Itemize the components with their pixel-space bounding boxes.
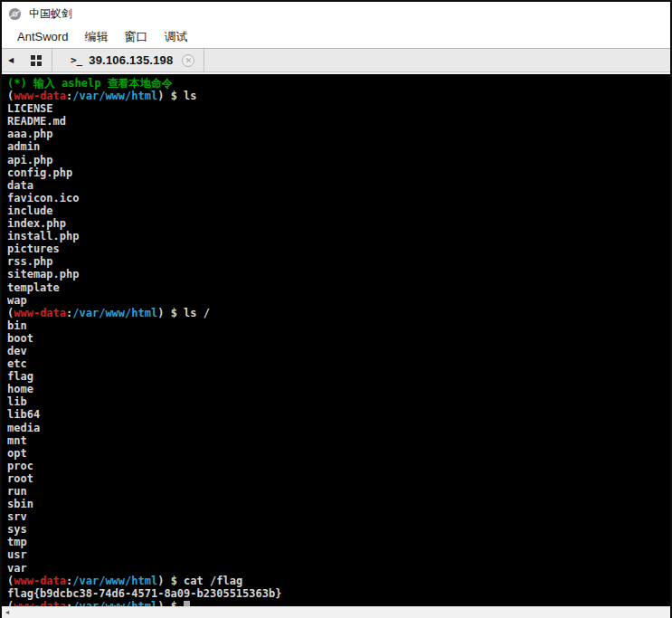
terminal-prompt-line: (www-data:/var/www/html) $ ls / [7,307,667,319]
terminal-output-line: aaa.php [7,128,667,140]
output-text: flag [7,370,33,383]
scroll-left-arrow-icon[interactable]: ◂ [2,609,9,616]
output-text: media [7,422,40,434]
prompt-command: ) $ ls / [157,307,210,319]
tab-scroll-left-button[interactable]: ◀ [2,49,20,71]
grid-icon [31,55,42,66]
output-text: admin [7,140,40,153]
antsword-logo-icon [8,7,22,21]
menu-edit[interactable]: 编辑 [76,26,116,48]
terminal-output-line: var [7,562,667,575]
output-text: rss.php [7,255,53,268]
output-text: root [7,472,33,485]
terminal-output-line: lib64 [7,408,667,421]
prompt-path: /var/www/html [72,575,157,587]
output-text: dev [7,345,27,357]
terminal-output-line: pictures [7,242,667,255]
menu-window[interactable]: 窗口 [116,26,156,48]
output-text: aaa.php [7,128,53,140]
terminal-output-line: wap [7,294,667,307]
prompt-suffix: ) $ [157,600,184,606]
terminal-output-line: sys [7,523,667,536]
terminal-output-line: boot [7,332,667,345]
prompt-user: www-data [14,600,66,606]
output-text: tmp [7,536,27,548]
menu-antsword[interactable]: AntSword [9,27,76,46]
output-text: sbin [7,498,33,510]
window-title: 中国蚁剑 [29,6,72,22]
output-text: data [7,179,33,192]
output-text: var [7,562,27,575]
output-text: etc [7,357,27,370]
tab-close-icon[interactable]: ✕ [182,54,194,67]
horizontal-scrollbar[interactable]: ◂ [2,606,670,618]
output-text: lib [7,395,27,408]
prompt-command: ) $ cat /flag [157,575,242,587]
antsword-window: 中国蚁剑 AntSword 编辑 窗口 调试 ◀ >_ 39.106.135.1… [0,0,672,618]
tab-bar: ◀ >_ 39.106.135.198 ✕ [2,49,670,72]
prompt-path: /var/www/html [72,90,157,102]
output-text: proc [7,460,33,472]
tab-bar-empty-area [204,49,670,71]
terminal-output-line: root [7,472,667,485]
terminal-output-line: proc [7,460,667,472]
prompt-user: www-data [14,90,66,102]
terminal-output-line: sbin [7,498,667,510]
terminal-prompt-line: (www-data:/var/www/html) $ cat /flag [7,575,667,587]
menu-bar: AntSword 编辑 窗口 调试 [2,25,670,49]
terminal-output-line: usr [7,548,667,561]
output-text: api.php [7,154,53,166]
output-text: home [7,383,33,395]
prompt-path: /var/www/html [72,307,157,319]
terminal-screen[interactable]: (*) 输入 ashelp 查看本地命令(www-data:/var/www/h… [2,74,670,606]
terminal-prompt-icon: >_ [71,54,82,66]
output-text: include [7,204,53,217]
terminal-output-line: srv [7,510,667,523]
prompt-user: www-data [14,575,66,587]
output-text: index.php [7,217,66,230]
terminal-output-line: api.php [7,154,667,166]
terminal-output-line: dev [7,345,667,357]
terminal-output-line: bin [7,319,667,332]
output-text: LICENSE [7,102,53,115]
menu-debug[interactable]: 调试 [156,26,195,48]
output-text: sys [7,523,27,536]
terminal-hint: (*) 输入 ashelp 查看本地命令 [7,77,173,90]
terminal-output-line: flag [7,370,667,383]
tab-label: 39.106.135.198 [89,53,173,67]
output-text: boot [7,332,33,345]
output-text: install.php [7,230,79,242]
terminal-output-line: template [7,281,667,294]
terminal-output-line: media [7,422,667,434]
terminal-output-line: opt [7,447,667,460]
output-text: srv [7,510,27,523]
prompt-path: /var/www/html [72,600,157,606]
terminal-output-line: sitemap.php [7,268,667,280]
output-text: opt [7,447,27,460]
output-text: run [7,485,27,498]
output-text: flag{b9dcbc38-74d6-4571-8a09-b2305515363… [7,587,281,600]
terminal-output-line: README.md [7,115,667,128]
terminal-output-line: favicon.ico [7,192,667,204]
terminal-output-line: install.php [7,230,667,242]
terminal-output-line: etc [7,357,667,370]
terminal-output-line: flag{b9dcbc38-74d6-4571-8a09-b2305515363… [7,587,667,600]
terminal-output-line: run [7,485,667,498]
output-text: usr [7,548,27,561]
output-text: lib64 [7,408,40,421]
terminal-output-line: rss.php [7,255,667,268]
prompt-command: ) $ ls [157,90,196,102]
output-text: favicon.ico [7,192,79,204]
title-bar: 中国蚁剑 [2,2,670,25]
terminal-output-line: lib [7,395,667,408]
output-text: bin [7,319,27,332]
output-text: config.php [7,166,72,179]
tab-terminal-39-106-135-198[interactable]: >_ 39.106.135.198 ✕ [52,49,204,71]
output-text: sitemap.php [7,268,79,280]
terminal-hint-line: (*) 输入 ashelp 查看本地命令 [7,77,667,90]
terminal-output-line: mnt [7,434,667,447]
home-grid-tab[interactable] [20,49,52,71]
terminal-output-line: tmp [7,536,667,548]
chevron-left-icon: ◀ [8,56,14,64]
terminal-output-line: index.php [7,217,667,230]
